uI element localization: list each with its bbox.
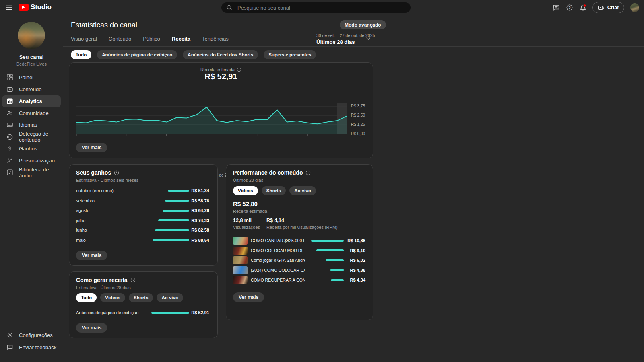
- notifications-bell-icon[interactable]: [579, 4, 586, 11]
- card-subtitle: Estimativa · Últimos 28 dias: [76, 285, 211, 290]
- chip-shorts[interactable]: Shorts: [129, 293, 153, 302]
- metric-label: Receita estimada: [200, 67, 235, 72]
- search-input[interactable]: [237, 4, 391, 11]
- filter-chip-anuncios-shorts[interactable]: Anúncios do Feed dos Shorts: [183, 50, 258, 59]
- channel-avatar[interactable]: [18, 22, 45, 49]
- video-revenue-bar: [331, 279, 344, 281]
- svg-text:?: ?: [568, 6, 571, 10]
- info-icon[interactable]: [114, 170, 119, 175]
- tab-tendencias[interactable]: Tendências: [202, 36, 229, 47]
- chip-ao-vivo[interactable]: Ao vivo: [289, 186, 316, 195]
- sidebar-item-ganhos[interactable]: Ganhos: [0, 143, 63, 155]
- card-subtitle: Últimos 28 dias: [233, 178, 366, 183]
- info-icon[interactable]: [305, 170, 311, 175]
- tab-publico[interactable]: Público: [143, 36, 160, 47]
- help-icon[interactable]: ?: [566, 4, 573, 11]
- feedback-comment-icon[interactable]: [553, 4, 560, 11]
- topbar-actions: ? Criar: [553, 0, 639, 15]
- sidebar-item-enviar-feedback[interactable]: Enviar feedback: [0, 341, 63, 354]
- sidebar-item-personalizacao[interactable]: Personalização: [0, 155, 63, 167]
- sidebar-item-deteccao[interactable]: Detecção de conteúdo: [0, 131, 63, 143]
- info-icon[interactable]: [130, 278, 136, 283]
- video-row[interactable]: COMO GANHAR $825.000 E PEGAR ITE... R$ 1…: [233, 236, 365, 246]
- audio-library-icon: [6, 169, 13, 176]
- earnings-row: setembro R$ 58,78: [76, 196, 209, 206]
- sidebar-item-analytics[interactable]: Analytics: [2, 95, 61, 107]
- y-tick-label: R$ 1,25: [351, 122, 371, 127]
- tab-conteudo[interactable]: Conteúdo: [109, 36, 131, 47]
- see-more-button[interactable]: Ver mais: [76, 323, 107, 333]
- video-row[interactable]: COMO COLOCAR MOD DE POLICIA NO ... R$ 9,…: [233, 246, 365, 256]
- advanced-mode-button[interactable]: Modo avançado: [340, 20, 386, 29]
- rpm-stat: R$ 4,14 Receita por mil visualizações (R…: [266, 218, 338, 230]
- how-to-monetize-card: Como gerar receita Estimativa · Últimos …: [69, 272, 218, 338]
- channel-subtitle: DedeFlex Lives: [0, 62, 63, 66]
- video-thumbnail: [233, 237, 248, 245]
- performance-revenue-label: Receita estimada: [233, 209, 267, 214]
- sidebar-menu: Painel Conteúdo Analytics Comunidade Idi…: [0, 72, 63, 179]
- top-bar: Studio ? Criar: [0, 0, 644, 15]
- sidebar: Seu canal DedeFlex Lives Painel Conteúdo…: [0, 15, 63, 362]
- info-icon[interactable]: [237, 67, 242, 72]
- your-earnings-card: Seus ganhos Estimativa · Últimos seis me…: [69, 164, 218, 266]
- account-avatar[interactable]: [630, 3, 639, 12]
- youtube-studio-analytics-page: Studio ? Criar Seu c: [0, 0, 644, 362]
- earnings-row: julho R$ 74,33: [76, 216, 209, 226]
- performance-revenue-value: R$ 52,80: [233, 200, 267, 207]
- chip-shorts[interactable]: Shorts: [262, 186, 286, 195]
- sidebar-item-biblioteca[interactable]: Biblioteca de áudio: [0, 167, 63, 179]
- chip-ao-vivo[interactable]: Ao vivo: [157, 293, 183, 302]
- video-row[interactable]: Como jogar o GTA San Andreas Online ... …: [233, 255, 365, 265]
- video-row[interactable]: (2024) COMO COLOCAR CARROS BRAS... R$ 4,…: [233, 265, 365, 276]
- sidebar-item-comunidade[interactable]: Comunidade: [0, 107, 63, 119]
- community-icon: [6, 110, 13, 117]
- filter-chip-supers[interactable]: Supers e presentes: [264, 50, 316, 59]
- studio-logo[interactable]: Studio: [19, 3, 52, 11]
- video-thumbnail: [233, 266, 248, 274]
- revenue-source-row: Anúncios de página de exibição R$ 52,91: [76, 308, 209, 318]
- video-thumbnail: [233, 256, 248, 264]
- earnings-bar: [153, 239, 189, 241]
- revenue-line-chart[interactable]: [76, 100, 347, 137]
- chip-videos[interactable]: Vídeos: [100, 293, 125, 302]
- revenue-area-fill: [76, 107, 347, 134]
- tab-visao-geral[interactable]: Visão geral: [71, 36, 97, 47]
- hamburger-menu-icon[interactable]: [6, 4, 13, 11]
- card-title: Performance do conteúdo: [233, 169, 366, 176]
- tab-receita[interactable]: Receita: [172, 36, 190, 47]
- top-videos-list: COMO GANHAR $825.000 E PEGAR ITE... R$ 1…: [233, 236, 365, 285]
- sidebar-item-configuracoes[interactable]: Configurações: [0, 329, 63, 341]
- sidebar-item-painel[interactable]: Painel: [0, 72, 63, 84]
- see-more-button[interactable]: Ver mais: [233, 292, 264, 302]
- chip-tudo[interactable]: Tudo: [76, 293, 97, 302]
- settings-gear-icon: [6, 332, 13, 339]
- copyright-icon: [6, 134, 13, 140]
- earn-dollar-icon: [6, 145, 13, 152]
- send-feedback-icon: [6, 344, 13, 351]
- views-stat: 12,8 mil Visualizações: [233, 218, 260, 230]
- search-bar[interactable]: [221, 2, 411, 13]
- filter-chip-tudo[interactable]: Tudo: [71, 50, 91, 59]
- earnings-bar: [155, 229, 189, 231]
- y-tick-label: R$ 2,50: [351, 113, 371, 118]
- customization-wand-icon: [6, 157, 13, 164]
- video-thumbnail: [233, 247, 248, 255]
- chevron-down-icon[interactable]: [365, 35, 372, 42]
- sidebar-item-idiomas[interactable]: Idiomas: [0, 119, 63, 131]
- earnings-row: agosto R$ 64,28: [76, 206, 209, 216]
- video-revenue-bar: [311, 240, 344, 242]
- card-subtitle: Estimativa · Últimos seis meses: [76, 178, 211, 183]
- create-button[interactable]: Criar: [592, 2, 624, 13]
- earnings-bar: [168, 190, 189, 192]
- sidebar-item-conteudo[interactable]: Conteúdo: [0, 84, 63, 96]
- video-revenue-bar: [316, 249, 344, 251]
- see-more-button[interactable]: Ver mais: [76, 251, 107, 260]
- create-video-icon: [598, 4, 605, 11]
- analytics-tabs: Visão geral Conteúdo Público Receita Ten…: [71, 36, 229, 47]
- revenue-source-bar: [151, 312, 189, 314]
- video-row[interactable]: COMO RECUPERAR A CONTA DA ROCK... R$ 4,3…: [233, 275, 365, 285]
- card-title: Seus ganhos: [76, 169, 211, 176]
- filter-chip-anuncios-pagina[interactable]: Anúncios de página de exibição: [97, 50, 177, 59]
- chip-videos[interactable]: Vídeos: [233, 186, 258, 195]
- see-more-button[interactable]: Ver mais: [76, 143, 107, 152]
